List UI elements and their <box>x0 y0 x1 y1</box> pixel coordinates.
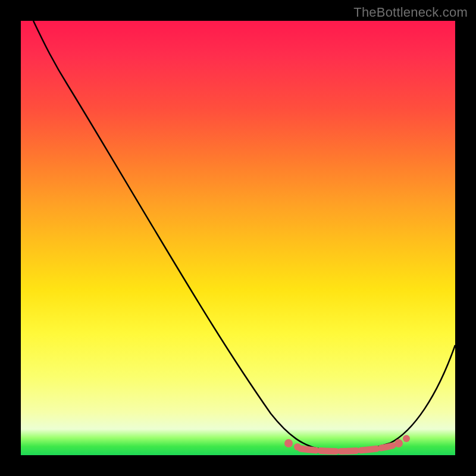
watermark-text: TheBottleneck.com <box>353 5 468 20</box>
chart-frame: TheBottleneck.com <box>0 0 476 476</box>
plot-area <box>21 21 455 455</box>
